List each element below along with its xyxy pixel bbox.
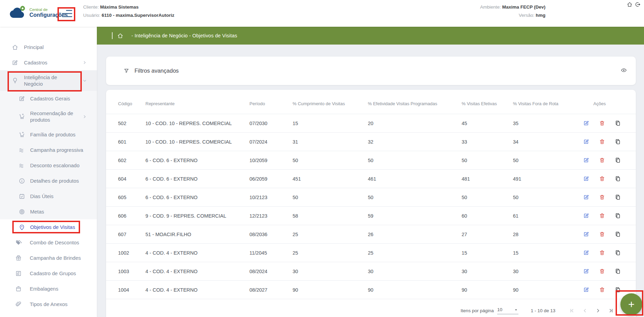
edit-button[interactable]: [583, 157, 590, 163]
edit-button[interactable]: [583, 138, 590, 145]
delete-button[interactable]: [599, 231, 605, 237]
sidebar-item-cadastro-de-grupos[interactable]: Cadastro de Grupos: [0, 266, 97, 281]
cell-visitas-efetivas: 30: [462, 269, 513, 274]
delete-button[interactable]: [599, 286, 605, 293]
add-button[interactable]: +: [620, 293, 642, 315]
first-page-icon: [569, 308, 575, 314]
sidebar-item-detalhes-de-produtos[interactable]: Detalhes de produtos: [0, 173, 97, 188]
cell-representante: 9 - COD. 9 - REPRES. COMERCIAL: [145, 213, 249, 219]
sidebar-item-campanha-de-brindes[interactable]: Campanha de Brindes: [0, 250, 97, 266]
edit-button[interactable]: [583, 212, 590, 219]
column-header-fora-de-rota[interactable]: % Visitas Fora de Rota: [513, 101, 578, 106]
column-header-efetividade[interactable]: % Efetividade Visitas Programadas: [368, 101, 462, 106]
sidebar-item-cadastros-gerais[interactable]: Cadastros Gerais: [0, 91, 97, 106]
sidebar-item-tipos-de-anexos[interactable]: Tipos de Anexos: [0, 296, 97, 312]
menu-toggle-button[interactable]: [62, 10, 72, 18]
breadcrumb: - Inteligência de Negócio - Objetivos de…: [131, 33, 237, 38]
row-actions: [578, 175, 626, 182]
copy-icon: [615, 194, 621, 200]
logout-icon[interactable]: [634, 1, 641, 8]
cell-periodo: 07/2024: [249, 139, 293, 145]
eye-icon: [620, 67, 627, 74]
delete-button[interactable]: [599, 249, 605, 256]
next-page-button[interactable]: [595, 308, 601, 314]
delete-button[interactable]: [599, 120, 605, 126]
delete-button[interactable]: [599, 138, 605, 145]
sidebar-item-dias-uteis[interactable]: Dias Úteis: [0, 188, 97, 204]
cell-representante: 6 - COD. 6 - EXTERNO: [145, 195, 249, 200]
copy-button[interactable]: [615, 249, 621, 256]
copy-button[interactable]: [615, 120, 621, 126]
column-header-codigo[interactable]: Código: [118, 101, 145, 106]
delete-button[interactable]: [599, 268, 605, 275]
waves-icon: [18, 147, 25, 154]
row-actions: [578, 231, 626, 237]
delete-button[interactable]: [599, 194, 605, 200]
sidebar-item-label: Detalhes de produtos: [30, 178, 79, 184]
edit-button[interactable]: [583, 286, 590, 293]
delete-button[interactable]: [599, 212, 605, 219]
hamburger-icon: [66, 10, 72, 11]
edit-button[interactable]: [583, 268, 590, 275]
sidebar-item-cadastros[interactable]: Cadastros: [0, 55, 97, 70]
edit-button[interactable]: [583, 231, 590, 237]
row-actions: [578, 194, 626, 200]
cell-fora-de-rota: 28: [513, 232, 578, 237]
column-header-visitas-efetivas[interactable]: % Visitas Efetivas: [462, 101, 513, 106]
table-row: 601 10 - COD. 10 - REPRES. COMERCIAL 07/…: [106, 132, 636, 151]
sidebar-item-combo-de-descontos[interactable]: Combo de Descontos: [0, 235, 97, 250]
copy-button[interactable]: [615, 231, 621, 237]
sidebar-item-desconto-escalonado[interactable]: Desconto escalonado: [0, 158, 97, 173]
edit-button[interactable]: [583, 175, 590, 182]
delete-button[interactable]: [599, 157, 605, 163]
toggle-visibility-button[interactable]: [619, 66, 628, 75]
sidebar-item-recomendacao-de-produtos[interactable]: Recomendação de produtos: [0, 106, 97, 127]
column-header-periodo[interactable]: Período: [249, 101, 293, 106]
environment-info: Ambiente: Maxima FECP (Dev) Versão: hmg: [480, 4, 545, 21]
items-per-page-select[interactable]: 10: [497, 307, 518, 314]
edit-button[interactable]: [583, 194, 590, 200]
target-icon: [18, 208, 25, 215]
copy-button[interactable]: [615, 194, 621, 200]
copy-icon: [615, 157, 621, 163]
copy-button[interactable]: [615, 138, 621, 145]
column-header-cumprimento[interactable]: % Cumprimento de Visitas: [293, 101, 368, 106]
sidebar-item-metas[interactable]: Metas: [0, 204, 97, 219]
copy-button[interactable]: [615, 212, 621, 219]
cell-periodo: 08/2036: [249, 232, 293, 237]
sidebar-item-restricoes[interactable]: Restrições: [0, 312, 97, 317]
cell-efetividade: 25: [368, 250, 462, 256]
edit-icon: [12, 59, 18, 66]
sidebar-item-inteligencia-de-negocio[interactable]: Inteligência de Negócio: [0, 70, 97, 91]
edit-button[interactable]: [583, 120, 590, 126]
cell-visitas-efetivas: 481: [462, 176, 513, 182]
edit-button[interactable]: [583, 249, 590, 256]
sidebar-item-familia-de-produtos[interactable]: Família de produtos: [0, 127, 97, 142]
cell-cumprimento: 90: [293, 287, 368, 293]
breadcrumb-home-icon[interactable]: [117, 33, 124, 39]
delete-button[interactable]: [599, 175, 605, 182]
column-header-representante[interactable]: Representante: [145, 101, 249, 106]
previous-page-button[interactable]: [582, 308, 588, 314]
sidebar-item-embalagens[interactable]: Embalagens: [0, 281, 97, 296]
sidebar-item-label: Dias Úteis: [30, 193, 53, 199]
cell-visitas-efetivas: 90: [462, 287, 513, 293]
first-page-button[interactable]: [569, 308, 575, 314]
cell-periodo: 08/2027: [249, 287, 293, 293]
copy-button[interactable]: [615, 175, 621, 182]
trash-icon: [599, 231, 605, 237]
sidebar-item-label: Desconto escalonado: [30, 162, 79, 169]
copy-button[interactable]: [615, 157, 621, 163]
package-icon: [15, 285, 22, 292]
cell-representante: 51 - MOACIR.FILHO: [145, 232, 249, 237]
copy-button[interactable]: [615, 268, 621, 275]
sidebar-item-campanha-progressiva[interactable]: Campanha progressiva: [0, 142, 97, 158]
usuario-value: 6110 - maxima.SupervisorAutoriz: [102, 13, 174, 18]
cell-periodo: 06/2059: [249, 176, 293, 182]
home-icon[interactable]: [627, 1, 633, 8]
edit-icon: [583, 194, 590, 200]
copy-button[interactable]: [615, 286, 621, 293]
last-page-button[interactable]: [608, 308, 614, 314]
sidebar-item-objetivos-de-visitas[interactable]: Objetivos de Visitas: [0, 219, 97, 235]
sidebar-item-principal[interactable]: Principal: [0, 39, 97, 55]
